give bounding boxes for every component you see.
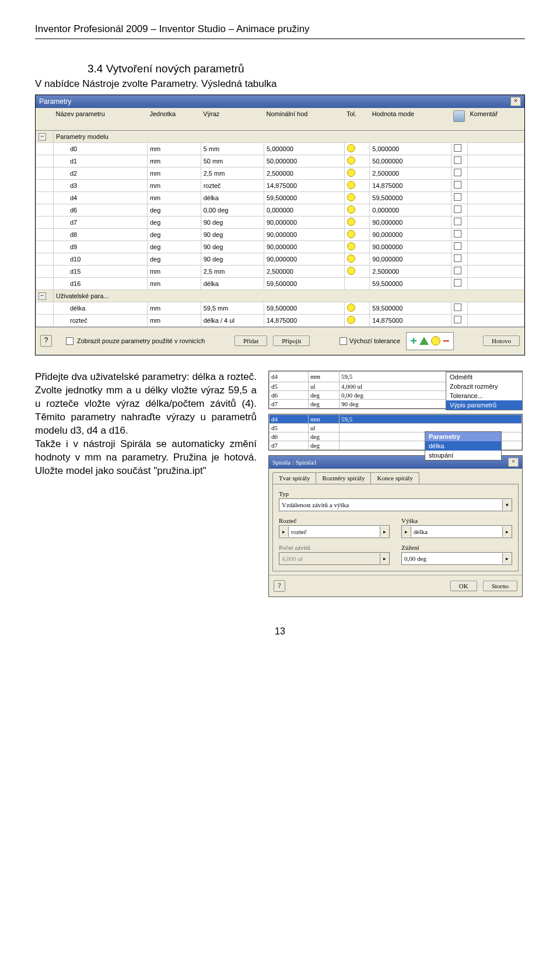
table-row[interactable]: d7deg90 deg90,00000090,000000 [36, 216, 524, 228]
tab[interactable]: Tvar spirály [272, 472, 316, 484]
menu-item[interactable]: délka [425, 441, 501, 451]
submenu-title: Parametry [425, 432, 501, 441]
arrow-icon[interactable]: ▸ [380, 526, 389, 537]
table-row[interactable]: délkamm59,5 mm59,50000059,500000 [36, 302, 524, 314]
done-button[interactable]: Hotovo [483, 336, 520, 346]
cancel-button[interactable]: Storno [483, 581, 517, 591]
col-tol[interactable]: Tol. [344, 108, 370, 131]
taper-label: Zúžení [401, 544, 512, 551]
type-label: Typ [279, 490, 512, 497]
intro-text: V nabídce Nástroje zvolte Parametry. Výs… [35, 78, 525, 91]
menu-item[interactable]: Tolerance... [446, 391, 522, 400]
circle-icon[interactable] [431, 336, 440, 346]
table-row[interactable]: roztečmmdélka / 4 ul14,87500014,875000 [36, 314, 524, 326]
arrow-icon[interactable]: ▸ [402, 526, 411, 537]
table-row[interactable]: d3mmrozteč14,87500014,875000 [36, 179, 524, 191]
table-row[interactable]: d1mm50 mm50,00000050,000000 [36, 155, 524, 167]
menu-item[interactable]: Odměřit [446, 372, 522, 382]
menu-item[interactable]: Zobrazit rozměry [446, 382, 522, 391]
type-combo[interactable]: ▾ [279, 498, 512, 511]
page-number: 13 [35, 626, 525, 637]
tab[interactable]: Rozměry spirály [316, 472, 371, 484]
menu-item[interactable]: Výpis parametrů [446, 400, 522, 410]
pitch-combo[interactable]: ▸ ▸ [279, 525, 390, 538]
attach-button[interactable]: Připojit [273, 336, 310, 346]
close-icon[interactable]: × [508, 458, 519, 467]
table-section-row[interactable]: −Uživatelské para... [36, 289, 524, 302]
col-unit[interactable]: Jednotka [147, 108, 201, 131]
section-title: 3.4 Vytvoření nových parametrů [88, 62, 525, 75]
height-label: Výška [401, 517, 512, 524]
table-row[interactable]: d9deg90 deg90,00000090,000000 [36, 240, 524, 253]
col-comment[interactable]: Komentář [467, 108, 524, 131]
arrow-icon: ▸ [380, 553, 389, 564]
turns-value [279, 555, 380, 562]
taper-combo[interactable]: ▸ [401, 552, 512, 565]
show-used-label: Zobrazit pouze parametry použité v rovni… [77, 337, 205, 344]
col-nominal[interactable]: Nominální hod [264, 108, 345, 131]
table-row[interactable]: d8deg90 deg90,00000090,000000 [36, 228, 524, 240]
arrow-icon[interactable]: ▸ [502, 526, 512, 537]
type-value[interactable] [279, 501, 502, 508]
table-row[interactable]: d2mm2,5 mm2,5000002,500000 [36, 167, 524, 179]
show-used-checkbox[interactable]: Zobrazit pouze parametry použité v rovni… [66, 337, 205, 345]
spiral-tabs: Tvar spirályRozměry spirályKonce spirály [269, 469, 522, 484]
table-row[interactable]: d16mmdélka59,50000059,500000 [36, 277, 524, 289]
parameters-submenu: Parametrydélkastoupání [425, 431, 502, 460]
col-expr[interactable]: Výraz [201, 108, 264, 131]
height-value[interactable] [411, 528, 502, 535]
default-tolerance-checkbox[interactable]: Výchozí tolerance [340, 337, 400, 345]
table-section-row[interactable]: −Parametry modelu [36, 130, 524, 142]
add-button[interactable]: Přidat [235, 336, 267, 346]
pitch-label: Rozteč [279, 517, 390, 524]
table-row[interactable]: d10deg90 deg90,00000090,000000 [36, 253, 524, 265]
dialog-titlebar: Parametry × [36, 95, 524, 108]
col-model[interactable]: Hodnota mode [370, 108, 452, 131]
pitch-value[interactable] [289, 528, 380, 535]
table-row[interactable]: d15mm2,5 mm2,5000002,500000 [36, 265, 524, 277]
dialog-title: Parametry [39, 97, 71, 106]
table-row[interactable]: d4mm59,5 [270, 414, 522, 423]
parameters-dialog: Parametry × Název parametru Jednotka Výr… [35, 95, 525, 355]
ok-button[interactable]: OK [450, 581, 477, 591]
body-paragraph: Přidejte dva uživatelské para­metry: dél… [35, 371, 257, 597]
plus-icon[interactable]: + [410, 334, 417, 348]
page-header: Inventor Profesionál 2009 – Inventor Stu… [35, 23, 525, 39]
turns-label: Počet závitů [279, 544, 390, 551]
context-menu: OdměřitZobrazit rozměryTolerance...Výpis… [446, 372, 523, 410]
close-icon[interactable]: × [510, 97, 521, 106]
comment-header-icon[interactable] [453, 110, 465, 122]
col-name[interactable]: Název parametru [54, 108, 148, 131]
turns-combo: ▸ [279, 552, 390, 565]
tolerance-icons: + − [406, 332, 453, 350]
help-icon[interactable]: ? [40, 335, 52, 347]
table-row[interactable]: d4mmdélka59,50000059,500000 [36, 191, 524, 204]
table-row[interactable]: d6deg0,00 deg0,0000000,000000 [36, 204, 524, 216]
spiral-dialog: Spirála : Spirála1 × Tvar spirályRozměry… [268, 455, 523, 597]
arrow-icon[interactable]: ▸ [502, 553, 512, 564]
arrow-icon[interactable]: ▸ [279, 526, 289, 537]
parameters-table: Název parametru Jednotka Výraz Nominální… [36, 108, 524, 327]
menu-item[interactable]: stoupání [425, 451, 501, 460]
default-tolerance-label: Výchozí tolerance [349, 337, 400, 344]
minus-icon[interactable]: − [443, 334, 450, 348]
chevron-down-icon[interactable]: ▾ [502, 500, 512, 510]
triangle-icon[interactable] [419, 337, 429, 345]
tab[interactable]: Konce spirály [370, 472, 419, 484]
height-combo[interactable]: ▸ ▸ [401, 525, 512, 538]
table-row[interactable]: d0mm5 mm5,0000005,000000 [36, 142, 524, 155]
taper-value[interactable] [402, 555, 502, 562]
spiral-title: Spirála : Spirála1 [272, 459, 317, 466]
help-icon[interactable]: ? [274, 580, 285, 592]
